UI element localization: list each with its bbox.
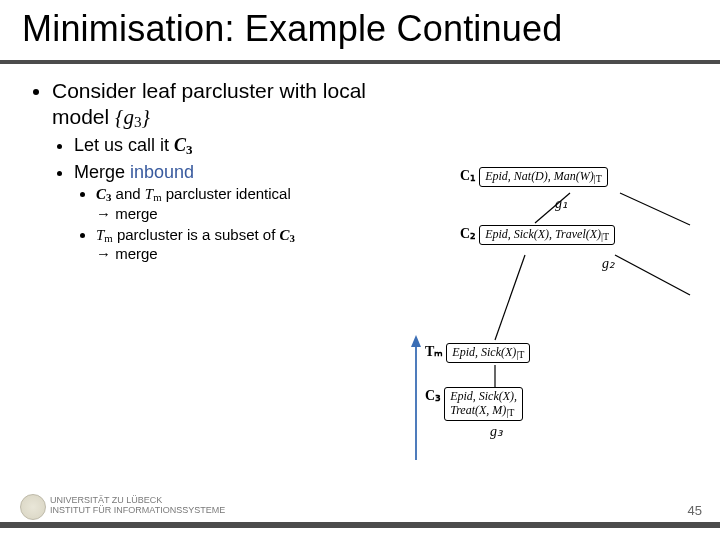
g: g <box>123 105 134 129</box>
text: Epid, Nat(D), Man(W) <box>485 169 594 183</box>
node-box-c3: Epid, Sick(X), Treat(X, M)|T <box>444 387 523 421</box>
inbound-arrow-head <box>411 335 421 347</box>
footer-seal-icon <box>20 494 46 520</box>
sub: 3 <box>134 115 142 131</box>
diagram: C₁ Epid, Nat(D), Man(W)|T g₁ C₂ Epid, Si… <box>390 165 690 465</box>
text: Consider leaf parcluster with local mode… <box>52 79 366 128</box>
bullet-item: C3 and Tm parcluster identical → merge <box>96 185 410 224</box>
text: Merge <box>74 162 130 182</box>
bullet-list-2: Let us call it C3 Merge inbound C3 and T… <box>52 134 410 264</box>
arrow-text: → merge <box>96 245 158 262</box>
model-set: {g3} <box>115 105 150 129</box>
page-number: 45 <box>688 503 702 518</box>
c3-sub: 3 <box>186 142 192 157</box>
text: Treat(X, M) <box>450 403 506 417</box>
node-label-c1: C₁ <box>460 167 476 184</box>
page-title: Minimisation: Example Continued <box>22 8 562 50</box>
pipe-t: |T <box>594 173 602 184</box>
bullet-item: Consider leaf parcluster with local mode… <box>52 78 410 264</box>
text: parcluster is a subset of <box>113 226 280 243</box>
text: Epid, Sick(X), <box>450 389 517 403</box>
footer-line2: INSTITUT FÜR INFORMATIONSSYSTEME <box>50 506 225 516</box>
pipe-t: |T <box>601 231 609 242</box>
content-area: Consider leaf parcluster with local mode… <box>30 78 410 266</box>
pipe-t: |T <box>516 349 524 360</box>
sub: m <box>104 232 112 244</box>
node-box-tm: Epid, Sick(X)|T <box>446 343 530 363</box>
sym: C <box>96 186 106 202</box>
node-label-tm: Tₘ <box>425 343 443 360</box>
sub: m <box>153 191 161 203</box>
sym: C <box>280 227 290 243</box>
sub: 3 <box>290 232 295 244</box>
bullet-item: Tm parcluster is a subset of C3 → merge <box>96 226 410 265</box>
title-rule <box>0 60 720 64</box>
footer-affiliation: UNIVERSITÄT ZU LÜBECK INSTITUT FÜR INFOR… <box>50 496 225 516</box>
text: Epid, Sick(X) <box>452 345 516 359</box>
text: Epid, Sick(X), Travel(X) <box>485 227 601 241</box>
node-c1: C₁ Epid, Nat(D), Man(W)|T <box>460 167 608 187</box>
slide: Minimisation: Example Continued Consider… <box>0 0 720 540</box>
bullet-list-1: Consider leaf parcluster with local mode… <box>30 78 410 264</box>
node-box-c1: Epid, Nat(D), Man(W)|T <box>479 167 608 187</box>
brace: } <box>142 105 150 129</box>
edge-c1-right <box>620 193 690 225</box>
node-label-c3: C₃ <box>425 387 441 404</box>
sym: T <box>145 186 153 202</box>
inbound-text: inbound <box>130 162 194 182</box>
text: parcluster identical <box>162 185 291 202</box>
bullet-item: Merge inbound C3 and Tm parcluster ident… <box>74 161 410 265</box>
arrow-text: → merge <box>96 205 158 222</box>
text: Let us call it <box>74 135 174 155</box>
g3-label: g₃ <box>490 423 503 440</box>
g1-label: g₁ <box>555 195 568 212</box>
node-tm: Tₘ Epid, Sick(X)|T <box>425 343 530 363</box>
node-box-c2: Epid, Sick(X), Travel(X)|T <box>479 225 615 245</box>
pipe-t: |T <box>506 406 514 417</box>
footer-rule <box>0 522 720 528</box>
bullet-item: Let us call it C3 <box>74 134 410 158</box>
node-label-c2: C₂ <box>460 225 476 242</box>
node-c2: C₂ Epid, Sick(X), Travel(X)|T <box>460 225 615 245</box>
edge-c2-right <box>615 255 690 295</box>
g2-label: g₂ <box>602 255 615 272</box>
text: and <box>111 185 144 202</box>
c3-sym: C <box>174 135 186 155</box>
bullet-list-3: C3 and Tm parcluster identical → merge T… <box>74 185 410 264</box>
node-c3: C₃ Epid, Sick(X), Treat(X, M)|T <box>425 387 523 421</box>
edge-c2-tm <box>495 255 525 340</box>
